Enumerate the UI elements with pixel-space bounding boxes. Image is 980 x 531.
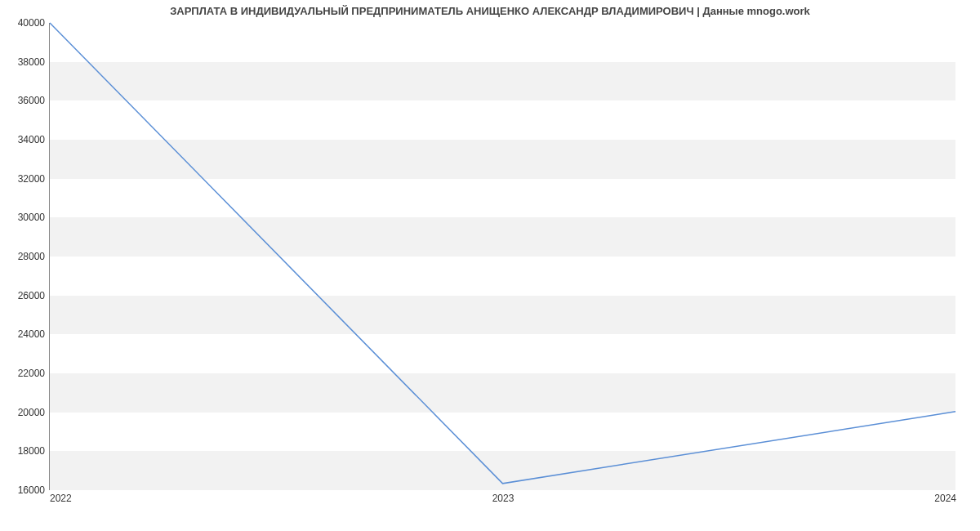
y-tick-label: 24000 (18, 328, 45, 340)
plot-area: 1600018000200002200024000260002800030000… (49, 23, 956, 490)
chart: ЗАРПЛАТА В ИНДИВИДУАЛЬНЫЙ ПРЕДПРИНИМАТЕЛ… (0, 0, 980, 531)
y-tick-label: 16000 (18, 484, 45, 496)
y-tick-label: 38000 (18, 56, 45, 68)
x-tick-label: 2023 (492, 493, 514, 504)
y-tick-label: 30000 (18, 212, 45, 223)
y-tick-label: 32000 (18, 173, 45, 185)
y-tick-label: 20000 (18, 407, 45, 418)
series-line (50, 23, 956, 484)
y-tick-label: 22000 (18, 368, 45, 379)
y-tick-label: 36000 (18, 95, 45, 106)
y-tick-label: 28000 (18, 251, 45, 262)
line-layer (50, 23, 956, 489)
chart-title: ЗАРПЛАТА В ИНДИВИДУАЛЬНЫЙ ПРЕДПРИНИМАТЕЛ… (0, 5, 980, 17)
y-tick-label: 34000 (18, 134, 45, 145)
x-tick-label: 2024 (934, 493, 956, 504)
y-tick-label: 18000 (18, 445, 45, 457)
y-tick-label: 26000 (18, 290, 45, 301)
x-tick-label: 2022 (50, 493, 72, 504)
y-tick-label: 40000 (18, 17, 45, 29)
